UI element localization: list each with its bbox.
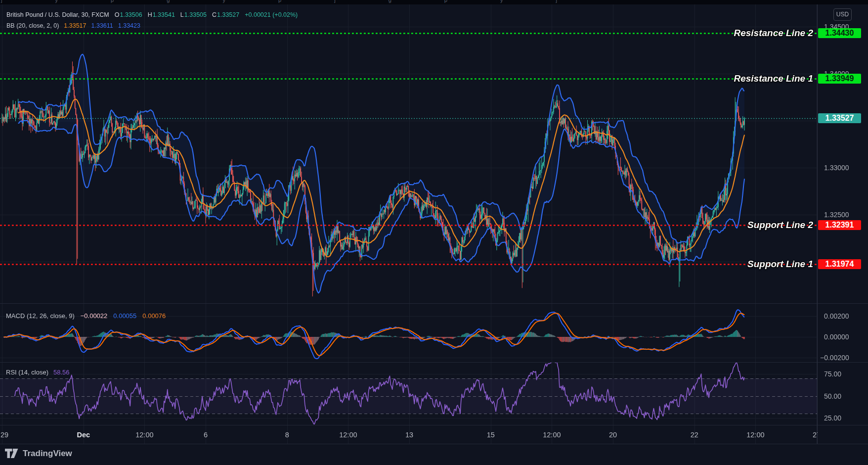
time-axis-label: 6 <box>204 431 208 439</box>
high-value: 1.33541 <box>153 11 175 18</box>
macd-axis-label: 0.00000 <box>824 333 849 341</box>
ohlc-close: C1.33527 <box>212 11 239 18</box>
price-level-label[interactable]: Support Line 1 <box>747 259 813 270</box>
high-label: H <box>148 11 152 18</box>
last-price-tag: 1.33527 <box>818 113 861 123</box>
ohlc-open: O1.33506 <box>115 11 142 18</box>
bb-label[interactable]: BB (20, close, 2, 0) <box>6 22 59 29</box>
bb-indicator-header: BB (20, close, 2, 0) 1.33517 1.33611 1.3… <box>6 22 140 29</box>
macd-line-value: 0.00055 <box>113 312 136 320</box>
low-label: L <box>180 11 184 18</box>
top-clipped-strip: j y p g y p j g p y j <box>0 0 868 4</box>
ohlc-high: H1.33541 <box>148 11 175 18</box>
symbol-title[interactable]: British Pound / U.S. Dollar, 30, FXCM <box>6 11 109 18</box>
change-value: +0.00021 (+0.02%) <box>245 11 298 18</box>
time-axis-label: 12:00 <box>543 431 561 439</box>
bb-basis-value: 1.33517 <box>64 22 86 29</box>
symbol-header: British Pound / U.S. Dollar, 30, FXCM O1… <box>6 11 298 18</box>
rsi-value: 58.56 <box>53 369 70 376</box>
time-axis-label: 12:00 <box>339 431 357 439</box>
top-strip-text: j y p g y p j g p y j <box>1 0 583 3</box>
time-axis-label: 15 <box>487 431 495 439</box>
price-level-tag: 1.33949 <box>818 74 861 84</box>
time-axis-label: 8 <box>285 431 289 439</box>
chart-canvas[interactable] <box>0 0 868 465</box>
price-level-label[interactable]: Support Line 2 <box>747 220 813 231</box>
chart-stage: j y p g y p j g p y j British Pound / U.… <box>0 0 868 465</box>
ohlc-low: L1.33505 <box>180 11 207 18</box>
bb-lower-value: 1.33423 <box>118 22 140 29</box>
price-level-tag: 1.34430 <box>818 28 861 38</box>
price-axis-label: 1.32500 <box>824 211 849 219</box>
close-label: C <box>212 11 217 18</box>
macd-label[interactable]: MACD (12, 26, close, 9) <box>6 312 75 320</box>
price-level-tag: 1.31974 <box>818 259 861 269</box>
tradingview-watermark[interactable]: TradingView <box>5 449 72 459</box>
macd-hist-value: −0.00022 <box>81 312 108 320</box>
currency-toggle-button[interactable]: USD <box>833 8 852 21</box>
time-axis-label: 20 <box>609 431 617 439</box>
rsi-label[interactable]: RSI (14, close) <box>6 369 48 376</box>
watermark-text: TradingView <box>23 449 72 459</box>
time-axis-label: Dec <box>77 431 90 439</box>
tradingview-logo-icon <box>5 449 18 459</box>
time-axis[interactable]: 29Dec12:006812:00131512:00202212:0027 <box>0 425 818 444</box>
macd-signal-value: 0.00076 <box>142 312 166 320</box>
bb-upper-value: 1.33611 <box>91 22 113 29</box>
close-value: 1.33527 <box>217 11 239 18</box>
open-value: 1.33506 <box>120 11 142 18</box>
time-axis-label: 27 <box>813 431 818 439</box>
low-value: 1.33505 <box>184 11 207 18</box>
price-axis-label: 1.33000 <box>824 164 849 172</box>
rsi-indicator-header: RSI (14, close) 58.56 <box>6 369 70 376</box>
rsi-axis-label: 50.00 <box>824 392 841 400</box>
price-level-label[interactable]: Resistance Line 2 <box>734 28 813 39</box>
macd-indicator-header: MACD (12, 26, close, 9) −0.00022 0.00055… <box>6 312 166 320</box>
time-axis-label: 12:00 <box>746 431 764 439</box>
rsi-axis-label: 75.00 <box>824 370 841 378</box>
time-axis-label: 22 <box>691 431 698 439</box>
rsi-axis-label: 25.00 <box>824 414 841 422</box>
time-axis-label: 29 <box>0 431 8 439</box>
time-axis-label: 12:00 <box>135 431 153 439</box>
price-level-tag: 1.32391 <box>818 220 861 230</box>
macd-axis-label: 0.00200 <box>824 312 849 320</box>
open-label: O <box>115 11 120 18</box>
price-level-label[interactable]: Resistance Line 1 <box>734 73 813 84</box>
time-axis-label: 13 <box>405 431 413 439</box>
macd-axis-label: −0.00200 <box>820 354 849 362</box>
